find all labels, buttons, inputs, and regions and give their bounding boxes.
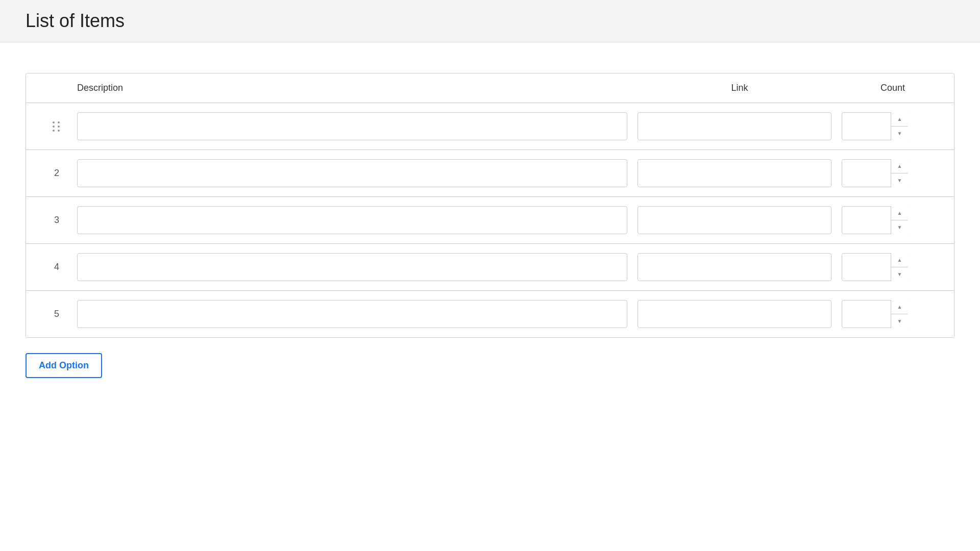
table-row: 5 ▲ ▼ [26, 290, 954, 337]
row-2-link-cell [638, 159, 842, 187]
row-2-number: 2 [36, 168, 77, 179]
row-3-link-cell [638, 206, 842, 234]
row-2-description-cell [77, 159, 638, 187]
row-4-count-up[interactable]: ▲ [891, 253, 908, 267]
row-5-description-cell [77, 300, 638, 328]
row-1-description-input[interactable] [77, 112, 627, 140]
row-5-link-input[interactable] [638, 300, 831, 328]
table-row: 3 ▲ ▼ [26, 196, 954, 243]
row-2-count-down[interactable]: ▼ [891, 173, 908, 187]
row-3-description-input[interactable] [77, 206, 627, 234]
row-1-link-cell [638, 112, 842, 140]
page-title: List of Items [26, 10, 954, 32]
table-row: ▲ ▼ [26, 103, 954, 149]
row-5-count-cell: ▲ ▼ [842, 300, 944, 328]
column-header-description: Description [77, 79, 638, 97]
add-option-button[interactable]: Add Option [26, 353, 102, 378]
row-4-description-input[interactable] [77, 253, 627, 281]
row-1-description-cell [77, 112, 638, 140]
row-4-number: 4 [36, 262, 77, 272]
row-3-link-input[interactable] [638, 206, 831, 234]
drag-handle[interactable] [36, 121, 77, 132]
row-2-link-input[interactable] [638, 159, 831, 187]
row-3-number: 3 [36, 215, 77, 226]
table-row: 2 ▲ ▼ [26, 149, 954, 196]
row-2-count-up[interactable]: ▲ [891, 159, 908, 173]
row-1-count-down[interactable]: ▼ [891, 127, 908, 140]
row-1-link-input[interactable] [638, 112, 831, 140]
table-header: Description Link Count [26, 73, 954, 103]
table-row: 4 ▲ ▼ [26, 243, 954, 290]
row-4-link-input[interactable] [638, 253, 831, 281]
row-4-description-cell [77, 253, 638, 281]
row-4-count-cell: ▲ ▼ [842, 253, 944, 281]
row-3-description-cell [77, 206, 638, 234]
row-4-count-down[interactable]: ▼ [891, 267, 908, 281]
row-5-description-input[interactable] [77, 300, 627, 328]
row-3-count-up[interactable]: ▲ [891, 206, 908, 220]
row-2-description-input[interactable] [77, 159, 627, 187]
row-2-count-cell: ▲ ▼ [842, 159, 944, 187]
column-header-count: Count [842, 79, 944, 97]
page-content: Description Link Count [0, 42, 980, 398]
row-1-count-cell: ▲ ▼ [842, 112, 944, 140]
row-5-count-up[interactable]: ▲ [891, 300, 908, 314]
row-4-link-cell [638, 253, 842, 281]
row-3-count-cell: ▲ ▼ [842, 206, 944, 234]
row-1-count-up[interactable]: ▲ [891, 112, 908, 127]
page-header: List of Items [0, 0, 980, 42]
row-5-link-cell [638, 300, 842, 328]
row-3-count-down[interactable]: ▼ [891, 220, 908, 234]
column-header-link: Link [638, 79, 842, 97]
row-5-count-down[interactable]: ▼ [891, 314, 908, 328]
row-5-number: 5 [36, 309, 77, 319]
items-table: Description Link Count [26, 73, 954, 338]
